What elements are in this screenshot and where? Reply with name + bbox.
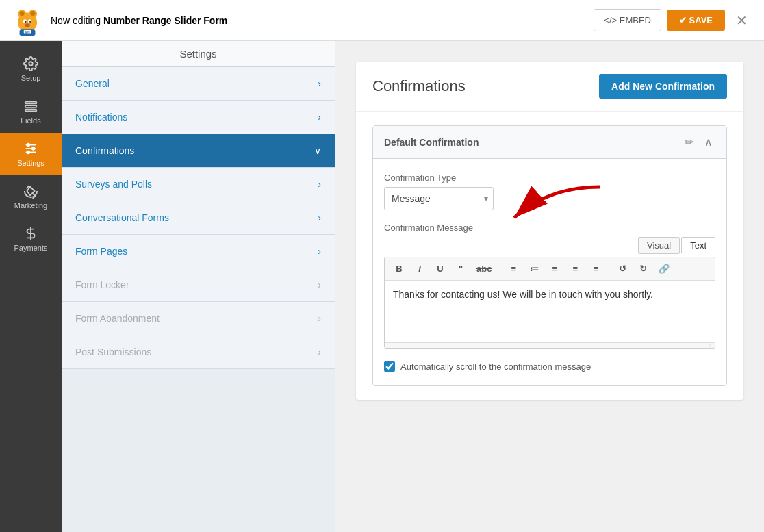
chevron-right-icon: › [318, 112, 321, 123]
toolbar-quote[interactable]: " [452, 262, 470, 276]
toolbar-align-left[interactable]: ≡ [546, 262, 563, 276]
topbar-right: </> EMBED ✔ SAVE ✕ [594, 9, 753, 31]
confirmation-message-field: Confirmation Message Visual Text B I [384, 223, 715, 349]
editor-toolbar: B I U " abc ≡ ≔ ≡ ≡ [385, 257, 715, 281]
chevron-right-icon: › [318, 313, 321, 324]
sidebar-item-payments[interactable]: Payments [0, 218, 62, 260]
chevron-down-icon: ∨ [314, 145, 321, 156]
sidebar-item-setup[interactable]: Setup [0, 48, 62, 90]
sidebar-label-setup: Setup [21, 74, 41, 82]
sidebar-item-settings[interactable]: Settings [0, 133, 62, 175]
editor-resize-handle[interactable]: ⋮ [385, 342, 715, 348]
toolbar-bold[interactable]: B [390, 262, 408, 276]
panel-title: Confirmations [372, 77, 466, 95]
sidebar-item-form-locker: Form Locker › [62, 268, 335, 302]
sidebar-item-fields[interactable]: Fields [0, 90, 62, 133]
surveys-label: Surveys and Polls [75, 179, 152, 190]
svg-rect-15 [25, 102, 37, 104]
editor-body[interactable]: Thanks for contacting us! We will be in … [385, 281, 715, 342]
sidebar-item-confirmations[interactable]: Confirmations ∨ [62, 134, 335, 168]
toolbar-separator [500, 263, 500, 275]
confirmation-type-select[interactable]: Message Page Redirect [384, 187, 494, 210]
form-abandonment-label: Form Abandonment [75, 313, 160, 324]
confirmations-label: Confirmations [75, 145, 134, 156]
sidebar-item-notifications[interactable]: Notifications › [62, 101, 335, 134]
settings-header: Settings [62, 41, 335, 67]
toolbar-italic[interactable]: I [411, 262, 429, 276]
toolbar-separator-2 [609, 263, 609, 275]
sidebar-mid: Settings General › Notifications › Confi… [62, 41, 335, 532]
conversational-label: Conversational Forms [75, 212, 169, 223]
topbar: WPF Now editing Number Range Slider Form… [0, 0, 764, 41]
editor-tabs: Visual Text [384, 237, 715, 254]
toolbar-undo[interactable]: ↺ [613, 262, 631, 276]
toolbar-redo[interactable]: ↻ [634, 262, 652, 276]
tab-text[interactable]: Text [681, 237, 715, 254]
topbar-title: Now editing Number Range Slider Form [51, 15, 227, 26]
confirmation-type-label: Confirmation Type [384, 173, 715, 183]
collapse-confirmation-button[interactable]: ∧ [702, 134, 715, 150]
toolbar-unordered-list[interactable]: ≡ [505, 262, 522, 276]
auto-scroll-checkbox[interactable] [384, 361, 395, 372]
sidebar-item-marketing[interactable]: Marketing [0, 175, 62, 218]
panel-body: Default Confirmation ✏ ∧ Confirmation Ty… [356, 112, 743, 400]
post-submissions-label: Post Submissions [75, 346, 151, 357]
svg-text:WPF: WPF [25, 31, 31, 34]
chevron-right-icon: › [318, 246, 321, 257]
toolbar-align-center[interactable]: ≡ [566, 262, 584, 276]
svg-point-22 [32, 147, 35, 150]
sidebar-item-form-abandonment: Form Abandonment › [62, 302, 335, 335]
svg-rect-17 [25, 110, 37, 112]
svg-point-21 [27, 144, 30, 147]
sidebar-item-surveys[interactable]: Surveys and Polls › [62, 168, 335, 201]
chevron-right-icon: › [318, 279, 321, 290]
editing-prefix: Now editing [51, 15, 101, 26]
chevron-right-icon: › [318, 179, 321, 190]
chevron-right-icon: › [318, 78, 321, 89]
topbar-left: WPF Now editing Number Range Slider Form [11, 4, 227, 37]
editor-container: B I U " abc ≡ ≔ ≡ ≡ [384, 257, 715, 349]
svg-point-3 [20, 10, 25, 15]
add-confirmation-button[interactable]: Add New Confirmation [599, 74, 727, 99]
confirmation-card-header: Default Confirmation ✏ ∧ [373, 126, 726, 159]
auto-scroll-label: Automatically scroll to the confirmation… [400, 362, 591, 372]
sidebar-label-marketing: Marketing [14, 201, 47, 210]
general-label: General [75, 78, 110, 89]
form-locker-label: Form Locker [75, 279, 129, 290]
form-name: Number Range Slider Form [103, 15, 227, 26]
toolbar-align-right[interactable]: ≡ [587, 262, 604, 276]
logo: WPF [11, 4, 44, 37]
embed-button[interactable]: </> EMBED [594, 9, 661, 31]
panel-header: Confirmations Add New Confirmation [356, 62, 743, 112]
svg-point-23 [27, 151, 30, 154]
close-button[interactable]: ✕ [730, 10, 753, 31]
chevron-right-icon: › [318, 212, 321, 223]
save-button[interactable]: ✔ SAVE [667, 10, 725, 31]
toolbar-ordered-list[interactable]: ≔ [525, 262, 543, 276]
main-content: Confirmations Add New Confirmation Defau… [335, 41, 764, 532]
sidebar-item-conversational[interactable]: Conversational Forms › [62, 201, 335, 235]
svg-point-8 [29, 21, 31, 23]
toolbar-link[interactable]: 🔗 [654, 262, 674, 276]
confirmation-card-default: Default Confirmation ✏ ∧ Confirmation Ty… [372, 125, 727, 386]
sidebar-label-fields: Fields [21, 116, 40, 125]
confirmation-card-title: Default Confirmation [384, 137, 479, 148]
sidebar-label-settings: Settings [17, 159, 44, 167]
form-pages-label: Form Pages [75, 246, 127, 257]
svg-point-4 [30, 10, 35, 15]
toolbar-underline[interactable]: U [431, 262, 449, 276]
notifications-label: Notifications [75, 112, 127, 123]
svg-point-14 [29, 62, 33, 66]
sidebar-item-general[interactable]: General › [62, 67, 335, 101]
tab-visual[interactable]: Visual [638, 237, 680, 254]
sidebar-label-payments: Payments [14, 244, 48, 252]
edit-confirmation-button[interactable]: ✏ [682, 134, 696, 150]
sidebar-dark: Setup Fields Settings Marketing Payments [0, 41, 62, 532]
sidebar-item-form-pages[interactable]: Form Pages › [62, 235, 335, 268]
confirmation-type-field: Confirmation Type Message Page Redirect [384, 173, 715, 210]
confirmations-panel: Confirmations Add New Confirmation Defau… [356, 62, 743, 400]
toolbar-strikethrough[interactable]: abc [472, 262, 496, 276]
confirmation-card-body: Confirmation Type Message Page Redirect [373, 159, 726, 385]
confirmation-card-actions: ✏ ∧ [682, 134, 715, 150]
confirmation-message-label: Confirmation Message [384, 223, 715, 233]
